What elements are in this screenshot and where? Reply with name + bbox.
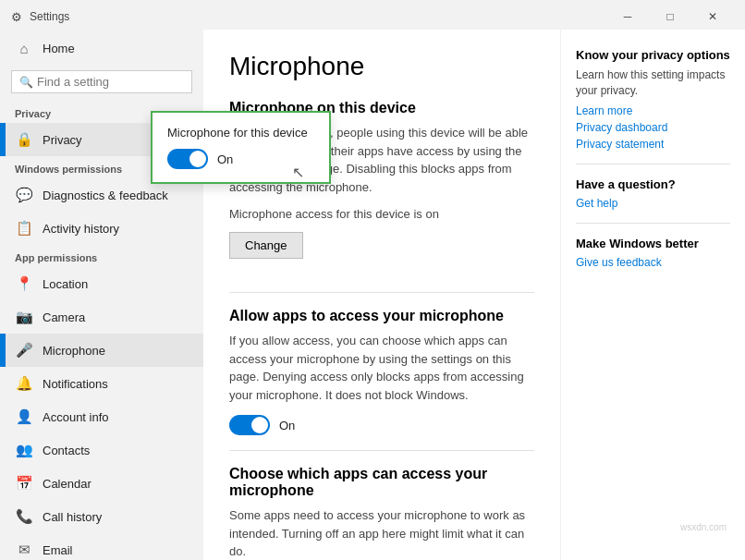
learn-more-link[interactable]: Learn more <box>576 104 730 117</box>
toggle-knob <box>251 417 268 433</box>
diagnostics-icon: 💬 <box>15 186 33 204</box>
watermark: wsxdn.com <box>680 522 727 532</box>
calendar-icon: 📅 <box>15 474 33 493</box>
sidebar-item-location[interactable]: 📍 Location <box>0 267 203 300</box>
section-allow-apps: Allow apps to access your microphone If … <box>229 308 534 435</box>
get-help-link[interactable]: Get help <box>576 197 730 210</box>
divider1 <box>229 292 534 293</box>
tooltip-overlay: Microphone for this device On <box>151 111 331 184</box>
sidebar-diagnostics-label: Diagnostics & feedback <box>43 189 168 202</box>
sidebar-item-calendar[interactable]: 📅 Calendar <box>0 467 203 500</box>
minimize-button[interactable]: ─ <box>606 4 649 30</box>
section-apps-desc: Some apps need to access your microphone… <box>229 506 534 560</box>
main-content: Microphone Microphone on this device If … <box>203 30 745 560</box>
sidebar-microphone-label: Microphone <box>43 344 105 358</box>
tooltip-toggle-knob <box>189 151 206 167</box>
sidebar-contacts-label: Contacts <box>43 444 90 457</box>
email-icon: ✉ <box>15 541 33 559</box>
give-feedback-link[interactable]: Give us feedback <box>576 256 730 269</box>
content-area: Microphone Microphone on this device If … <box>203 30 560 560</box>
privacy-statement-link[interactable]: Privacy statement <box>576 138 730 151</box>
right-privacy-desc: Learn how this setting impacts your priv… <box>576 67 730 99</box>
sidebar-item-account[interactable]: 👤 Account info <box>0 400 203 433</box>
maximize-button[interactable]: □ <box>649 4 691 30</box>
home-icon: ⌂ <box>15 39 33 57</box>
allow-apps-toggle[interactable] <box>229 415 270 435</box>
sidebar-camera-label: Camera <box>43 310 85 324</box>
allow-apps-toggle-row: On <box>229 415 534 435</box>
search-box[interactable]: 🔍 <box>11 70 192 93</box>
sidebar-location-label: Location <box>43 277 88 291</box>
close-button[interactable]: ✕ <box>691 4 734 30</box>
callhistory-icon: 📞 <box>15 507 33 526</box>
settings-gear-icon: ⚙ <box>11 10 22 24</box>
privacy-dashboard-link[interactable]: Privacy dashboard <box>576 121 730 134</box>
sidebar-callhistory-label: Call history <box>43 510 102 524</box>
location-icon: 📍 <box>15 274 33 293</box>
device-status-text: Microphone access for this device is on <box>229 207 534 221</box>
sidebar-item-camera[interactable]: 📷 Camera <box>0 300 203 334</box>
sidebar-item-home[interactable]: ⌂ Home <box>0 30 203 67</box>
right-divider1 <box>576 164 730 164</box>
sidebar-account-label: Account info <box>43 410 109 424</box>
change-button[interactable]: Change <box>229 232 303 259</box>
notifications-icon: 🔔 <box>15 374 33 393</box>
section-app-list: Choose which apps can access your microp… <box>229 466 534 560</box>
sidebar-email-label: Email <box>43 543 73 557</box>
sidebar-notifications-label: Notifications <box>43 377 108 391</box>
account-icon: 👤 <box>15 408 33 426</box>
right-privacy-title: Know your privacy options <box>576 48 730 62</box>
section-allow-desc: If you allow access, you can choose whic… <box>229 332 534 404</box>
sidebar-item-email[interactable]: ✉ Email <box>0 533 203 560</box>
sidebar: ⌂ Home 🔍 Privacy 🔒 Privacy Windows permi… <box>0 30 203 560</box>
titlebar: ⚙ Settings ─ □ ✕ <box>0 0 745 30</box>
app-permissions-label: App permissions <box>0 245 203 267</box>
sidebar-home-label: Home <box>43 42 75 55</box>
privacy-icon: 🔒 <box>15 130 33 149</box>
search-input[interactable] <box>37 75 192 89</box>
section-apps-title: Choose which apps can access your microp… <box>229 466 534 499</box>
page-title: Microphone <box>229 52 534 81</box>
right-windows-title: Make Windows better <box>576 237 730 250</box>
sidebar-item-activity[interactable]: 📋 Activity history <box>0 212 203 245</box>
sidebar-item-callhistory[interactable]: 📞 Call history <box>0 500 203 533</box>
allow-apps-toggle-label: On <box>279 419 295 432</box>
camera-nav-icon: 📷 <box>15 308 33 326</box>
titlebar-left: ⚙ Settings <box>11 10 69 24</box>
sidebar-item-contacts[interactable]: 👥 Contacts <box>0 433 203 467</box>
search-icon: 🔍 <box>19 76 33 89</box>
sidebar-item-notifications[interactable]: 🔔 Notifications <box>0 367 203 400</box>
sidebar-activity-label: Activity history <box>43 222 119 236</box>
sidebar-calendar-label: Calendar <box>43 477 92 491</box>
divider2 <box>229 450 534 451</box>
tooltip-title: Microphone for this device <box>167 126 314 140</box>
tooltip-toggle-label: On <box>217 152 233 166</box>
titlebar-title: Settings <box>30 10 69 23</box>
sidebar-item-microphone[interactable]: 🎤 Microphone <box>0 334 203 367</box>
tooltip-toggle-row: On <box>167 149 314 169</box>
right-panel: Know your privacy options Learn how this… <box>560 30 745 560</box>
microphone-nav-icon: 🎤 <box>15 341 33 359</box>
activity-icon: 📋 <box>15 219 33 237</box>
section-allow-title: Allow apps to access your microphone <box>229 308 534 324</box>
titlebar-controls: ─ □ ✕ <box>606 4 734 30</box>
tooltip-toggle[interactable] <box>167 149 208 169</box>
contacts-icon: 👥 <box>15 441 33 459</box>
right-question-title: Have a question? <box>576 177 730 191</box>
right-divider2 <box>576 223 730 224</box>
sidebar-privacy-label: Privacy <box>43 133 82 147</box>
